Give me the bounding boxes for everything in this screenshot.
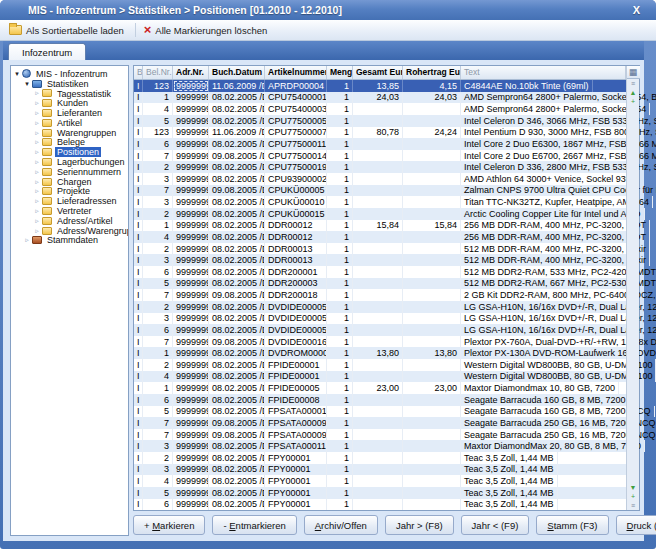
grid-row[interactable]: I59999999908.02.2005 /DiCPU775000051Inte… bbox=[134, 115, 626, 127]
grid-row[interactable]: I29999999908.02.2005 /DiFPY000011Teac 3,… bbox=[134, 452, 626, 464]
grid-row[interactable]: I79999999909.08.2005 /DiCPUKÜ000051Zalma… bbox=[134, 185, 626, 197]
column-chooser-button[interactable]: ▦ bbox=[627, 66, 640, 79]
column-header-datum[interactable]: Buch.Datum bbox=[209, 66, 265, 79]
grid-row[interactable]: I19999999908.02.2005 /DiDDR00012115,8415… bbox=[134, 220, 626, 232]
vertical-scrollbar[interactable]: ▦ ≡ ▲ + ▼ + ≡ bbox=[626, 66, 639, 510]
tree-item-chargen[interactable]: ▹Chargen bbox=[11, 177, 128, 187]
tree-item-statistiken[interactable]: ▾Statistiken bbox=[11, 79, 128, 89]
tree-collapsed-icon[interactable]: ▹ bbox=[33, 119, 41, 127]
column-header-gesamt[interactable]: Gesamt Euro bbox=[353, 66, 403, 79]
tree-collapsed-icon[interactable]: ▹ bbox=[33, 197, 41, 205]
tree-item-adress-warengruppen[interactable]: ▹Adress/Warengruppen bbox=[11, 226, 128, 236]
tree-collapsed-icon[interactable]: ▹ bbox=[33, 89, 41, 97]
grid-row[interactable]: I59999999908.02.2005 /DiFPSATA000011Seag… bbox=[134, 406, 626, 418]
tree-collapsed-icon[interactable]: ▹ bbox=[33, 217, 41, 225]
grid-row[interactable]: I49999999908.02.2005 /DiCPU754000031AMD … bbox=[134, 103, 626, 115]
tree-collapsed-icon[interactable]: ▹ bbox=[33, 129, 41, 137]
grid-row[interactable]: I123999999911.06.2009 /DoAPRDP00004113,8… bbox=[134, 80, 626, 92]
stamm-f3-button[interactable]: Stamm (F3) bbox=[536, 515, 608, 535]
load-as-sort-table-button[interactable]: Als Sortiertabelle laden bbox=[6, 24, 130, 37]
tree-collapsed-icon[interactable]: ▹ bbox=[33, 158, 41, 166]
grid-row[interactable]: I69999999908.02.2005 /DiDDR2000011512 MB… bbox=[134, 266, 626, 278]
tree-item-positionen[interactable]: ▹Positionen bbox=[11, 147, 128, 157]
tree-expanded-icon[interactable]: ▾ bbox=[23, 80, 31, 88]
tree-item-warengruppen[interactable]: ▹Warengruppen bbox=[11, 128, 128, 138]
tree-item-lagerbuchungen[interactable]: ▹Lagerbuchungen bbox=[11, 157, 128, 167]
grid-row[interactable]: I29999999908.02.2005 /DiCPUKÜ000151Arcti… bbox=[134, 208, 626, 220]
tree-item-lieferadressen[interactable]: ▹Lieferadressen bbox=[11, 196, 128, 206]
column-header-menge[interactable]: Menge bbox=[327, 66, 353, 79]
tree-collapsed-icon[interactable]: ▹ bbox=[33, 207, 41, 215]
tree-item-adress-artikel[interactable]: ▹Adress/Artikel bbox=[11, 216, 128, 226]
tree-item-seriennummern[interactable]: ▹Seriennummern bbox=[11, 167, 128, 177]
grid-row[interactable]: I19999999908.02.2005 /DiFPIDE00005123,00… bbox=[134, 382, 626, 394]
grid-row[interactable]: I1239999999911.06.2009 /DoCPU77500007180… bbox=[134, 127, 626, 139]
grid-row[interactable]: I79999999909.08.2005 /DiDVDIDE000161Plex… bbox=[134, 336, 626, 348]
jahr-f8-button[interactable]: Jahr > (F8) bbox=[385, 515, 454, 535]
tree-collapsed-icon[interactable]: ▹ bbox=[33, 187, 41, 195]
grid-row[interactable]: I39999999908.02.2005 /DiCPUKÜ000101Titan… bbox=[134, 196, 626, 208]
column-header-artikel[interactable]: Artikelnummer bbox=[265, 66, 327, 79]
grid-row[interactable]: I19999999908.02.2005 /DiCPU75400001124,0… bbox=[134, 92, 626, 104]
scroll-down-icon[interactable]: ▼ bbox=[630, 483, 637, 492]
grid-row[interactable]: I19999999908.02.2005 /DiDVDROM00001113,8… bbox=[134, 347, 626, 359]
tree-item-vertreter[interactable]: ▹Vertreter bbox=[11, 206, 128, 216]
column-header-text[interactable]: Text bbox=[461, 66, 626, 79]
grid-row[interactable]: I39999999908.02.2005 /DiCPU939000021AMD … bbox=[134, 173, 626, 185]
column-header-rohertrag[interactable]: Rohertrag Euro bbox=[403, 66, 461, 79]
tree-item-stammdaten[interactable]: ▹Stammdaten bbox=[11, 236, 128, 246]
tree-item-lieferanten[interactable]: ▹Lieferanten bbox=[11, 108, 128, 118]
tree-item-kunden[interactable]: ▹Kunden bbox=[11, 98, 128, 108]
close-button[interactable]: X bbox=[627, 4, 646, 16]
grid-row[interactable]: I29999999908.02.2005 /DiDVDIDE000051LG G… bbox=[134, 301, 626, 313]
tree-collapsed-icon[interactable]: ▹ bbox=[33, 178, 41, 186]
grid-row[interactable]: I39999999908.02.2005 /DiFPY000011Teac 3,… bbox=[134, 464, 626, 476]
grid-row[interactable]: I79999999909.08.2005 /DiDDR20001812 GB K… bbox=[134, 289, 626, 301]
grid-row[interactable]: I49999999908.02.2005 /DiFPY000011Teac 3,… bbox=[134, 475, 626, 487]
scroll-up-icon[interactable]: ▲ bbox=[630, 88, 637, 97]
grid-row[interactable]: I79999999909.08.2005 /DiCPU775000141Inte… bbox=[134, 150, 626, 162]
archiv-offen-button[interactable]: Archiv/Offen bbox=[304, 515, 378, 535]
grid-row[interactable]: I39999999908.02.2005 /DiDVDIDE000051LG G… bbox=[134, 313, 626, 325]
grid-row[interactable]: I59999999908.02.2005 /DiDDR2000031512 MB… bbox=[134, 278, 626, 290]
grid-row[interactable]: I69999999908.02.2005 /DiCPU775000111Inte… bbox=[134, 138, 626, 150]
druck-f4-button[interactable]: Druck (F4) bbox=[616, 515, 656, 535]
tree-collapsed-icon[interactable]: ▹ bbox=[33, 168, 41, 176]
grid-row[interactable]: I79999999909.08.2005 /DiFPSATA000091Seag… bbox=[134, 429, 626, 441]
grid-row[interactable]: I49999999908.02.2005 /DiDDR000121256 MB … bbox=[134, 231, 626, 243]
cell-gesamt bbox=[353, 475, 403, 487]
tab-infozentrum[interactable]: Infozentrum bbox=[8, 43, 86, 60]
markieren-button[interactable]: + Markieren bbox=[133, 515, 205, 535]
tree-item-belege[interactable]: ▹Belege bbox=[11, 138, 128, 148]
entmarkieren-button[interactable]: - Entmarkieren bbox=[212, 515, 296, 535]
tree-item-tagesstatistik[interactable]: ▹Tagesstatistik bbox=[11, 89, 128, 99]
scroll-plus-top-icon[interactable]: + bbox=[631, 97, 635, 106]
tree-item-mis-infozentrum[interactable]: ▾MIS - Infozentrum bbox=[11, 69, 128, 79]
tree-collapsed-icon[interactable]: ▹ bbox=[33, 99, 41, 107]
tree-expanded-icon[interactable]: ▾ bbox=[13, 70, 21, 78]
grid-row[interactable]: I49999999908.02.2005 /DiFPIDE000011Weste… bbox=[134, 371, 626, 383]
grid-row[interactable]: I69999999908.02.2005 /DiFPIDE000081Seaga… bbox=[134, 394, 626, 406]
tree-collapsed-icon[interactable]: ▹ bbox=[33, 109, 41, 117]
scroll-plus-bottom-icon[interactable]: + bbox=[631, 492, 635, 501]
grid-row[interactable]: I29999999908.02.2005 /DiCPU775000191Inte… bbox=[134, 161, 626, 173]
grid-row[interactable]: I29999999908.02.2005 /DiDDR000131512 MB … bbox=[134, 243, 626, 255]
column-header-adrnr[interactable]: Adr.Nr. bbox=[173, 66, 209, 79]
grid-row[interactable]: I59999999908.02.2005 /DiFPY000011Teac 3,… bbox=[134, 487, 626, 499]
column-header-belnr[interactable]: Bel.Nr. bbox=[143, 66, 173, 79]
grid-row[interactable]: I29999999908.02.2005 /DiFPIDE000011Weste… bbox=[134, 359, 626, 371]
grid-row[interactable]: I79999999909.08.2005 /DiFPSATA000091Seag… bbox=[134, 417, 626, 429]
tree-collapsed-icon[interactable]: ▹ bbox=[23, 236, 31, 244]
grid-row[interactable]: I39999999908.02.2005 /DiDDR000131512 MB … bbox=[134, 254, 626, 266]
tree-item-artikel[interactable]: ▹Artikel bbox=[11, 118, 128, 128]
tree-collapsed-icon[interactable]: ▹ bbox=[33, 138, 41, 146]
tree-collapsed-icon[interactable]: ▹ bbox=[33, 227, 41, 235]
grid-row[interactable]: I39999999908.02.2005 /DiFPSATA000111Maxt… bbox=[134, 440, 626, 452]
column-header-b[interactable]: B bbox=[134, 66, 143, 79]
jahr-f9-button[interactable]: Jahr < (F9) bbox=[461, 515, 530, 535]
tree-collapsed-icon[interactable]: ▹ bbox=[33, 148, 41, 156]
grid-row[interactable]: I69999999908.02.2005 /DiDVDIDE000051LG G… bbox=[134, 324, 626, 336]
grid-row[interactable]: I69999999908.02.2005 /DiFPY000011Teac 3,… bbox=[134, 499, 626, 511]
tree-item-projekte[interactable]: ▹Projekte bbox=[11, 187, 128, 197]
clear-all-marks-button[interactable]: × Alle Markierungen löschen bbox=[141, 24, 274, 37]
